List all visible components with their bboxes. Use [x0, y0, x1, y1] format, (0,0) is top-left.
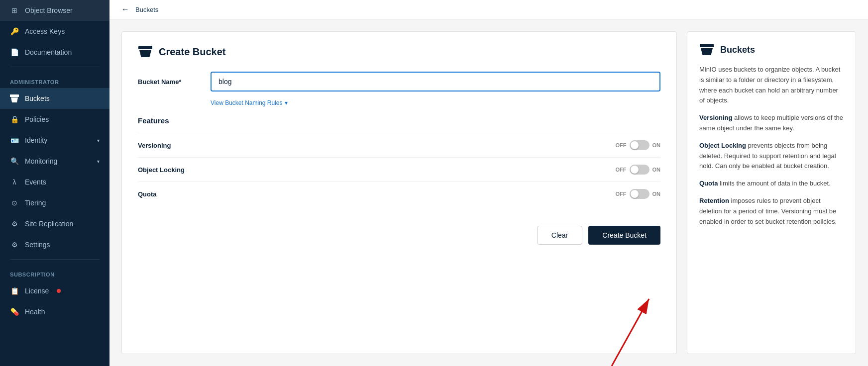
versioning-on-label: ON: [652, 142, 661, 148]
red-arrow-annotation: [567, 289, 666, 366]
bucket-name-row: Bucket Name*: [138, 72, 660, 92]
key-icon: 🔑: [10, 27, 19, 36]
health-icon: 💊: [10, 307, 19, 316]
versioning-toggle-group: OFF ON: [616, 140, 661, 150]
info-retention: Retention imposes rules to prevent objec…: [699, 196, 844, 227]
info-panel-title: Buckets: [699, 44, 844, 56]
content-area: Create Bucket Bucket Name* View Bucket N…: [109, 19, 868, 366]
quota-on-label: ON: [652, 191, 661, 197]
info-object-locking: Object Locking prevents objects from bei…: [699, 141, 844, 172]
create-bucket-button[interactable]: Create Bucket: [588, 226, 660, 245]
sidebar-divider: [10, 67, 100, 67]
info-description: MinIO uses buckets to organize objects. …: [699, 65, 844, 106]
quota-off-label: OFF: [616, 191, 627, 197]
sidebar-item-identity[interactable]: 🪪 Identity ▾: [0, 130, 109, 151]
breadcrumb: ← Buckets: [109, 0, 868, 19]
chevron-down-icon: ▾: [97, 138, 100, 143]
sidebar-item-site-replication[interactable]: ⚙ Site Replication: [0, 213, 109, 234]
quota-toggle[interactable]: [630, 189, 650, 199]
object-locking-on-label: ON: [652, 167, 661, 173]
quota-label: Quota: [138, 190, 616, 198]
back-button[interactable]: ←: [121, 5, 129, 14]
bucket-name-label: Bucket Name*: [138, 78, 203, 86]
features-heading: Features: [138, 116, 660, 125]
sidebar-item-documentation[interactable]: 📄 Documentation: [0, 42, 109, 63]
info-bucket-icon: [699, 44, 714, 56]
monitor-icon: 🔍: [10, 157, 19, 166]
create-bucket-form: Create Bucket Bucket Name* View Bucket N…: [121, 31, 677, 354]
tier-icon: ⊙: [10, 198, 19, 207]
form-actions: Clear Create Bucket: [138, 218, 660, 245]
view-naming-rules-link[interactable]: View Bucket Naming Rules ▾: [211, 99, 660, 106]
versioning-off-label: OFF: [616, 142, 627, 148]
breadcrumb-text: Buckets: [135, 6, 158, 13]
sidebar-item-policies[interactable]: 🔒 Policies: [0, 109, 109, 130]
sidebar-item-settings[interactable]: ⚙ Settings: [0, 234, 109, 255]
object-locking-toggle-group: OFF ON: [616, 165, 661, 175]
lock-icon: 🔒: [10, 115, 19, 124]
clear-button[interactable]: Clear: [537, 226, 582, 245]
object-locking-label: Object Locking: [138, 166, 616, 174]
license-icon: 📋: [10, 286, 19, 295]
sidebar: ⊞ Object Browser 🔑 Access Keys 📄 Documen…: [0, 0, 109, 366]
bucket-name-input[interactable]: [211, 72, 660, 92]
sidebar-item-object-browser[interactable]: ⊞ Object Browser: [0, 0, 109, 21]
id-icon: 🪪: [10, 136, 19, 145]
quota-toggle-group: OFF ON: [616, 189, 661, 199]
object-locking-row: Object Locking OFF ON: [138, 157, 660, 182]
chevron-down-icon: ▾: [97, 159, 100, 164]
subscription-section-label: Subscription: [0, 264, 109, 280]
sidebar-item-events[interactable]: λ Events: [0, 172, 109, 192]
doc-icon: 📄: [10, 48, 19, 57]
form-title: Create Bucket: [159, 46, 226, 58]
sidebar-item-tiering[interactable]: ⊙ Tiering: [0, 192, 109, 213]
form-title-row: Create Bucket: [138, 46, 660, 58]
versioning-toggle[interactable]: [630, 140, 650, 150]
quota-row: Quota OFF ON: [138, 182, 660, 206]
versioning-row: Versioning OFF ON: [138, 133, 660, 157]
sidebar-divider-2: [10, 259, 100, 260]
bucket-icon-large: [138, 46, 153, 58]
sidebar-item-health[interactable]: 💊 Health: [0, 301, 109, 322]
svg-line-1: [612, 299, 649, 366]
sidebar-item-license[interactable]: 📋 License: [0, 280, 109, 301]
sidebar-item-monitoring[interactable]: 🔍 Monitoring ▾: [0, 151, 109, 172]
versioning-label: Versioning: [138, 142, 616, 149]
info-versioning: Versioning allows to keep multiple versi…: [699, 113, 844, 134]
replicate-icon: ⚙: [10, 219, 19, 228]
lambda-icon: λ: [10, 178, 19, 186]
license-badge: [57, 289, 61, 293]
object-locking-off-label: OFF: [616, 167, 627, 173]
admin-section-label: Administrator: [0, 71, 109, 88]
bucket-icon: [10, 94, 19, 103]
chevron-down-icon: ▾: [285, 99, 288, 106]
object-locking-toggle[interactable]: [630, 165, 650, 175]
info-quota: Quota limits the amount of data in the b…: [699, 179, 844, 189]
sidebar-item-access-keys[interactable]: 🔑 Access Keys: [0, 21, 109, 42]
main-content: ← Buckets Create Bucket Bucket Name* Vie…: [109, 0, 868, 366]
gear-icon: ⚙: [10, 240, 19, 249]
info-panel: Buckets MinIO uses buckets to organize o…: [687, 31, 856, 354]
grid-icon: ⊞: [10, 6, 19, 15]
sidebar-item-buckets[interactable]: Buckets: [0, 88, 109, 109]
